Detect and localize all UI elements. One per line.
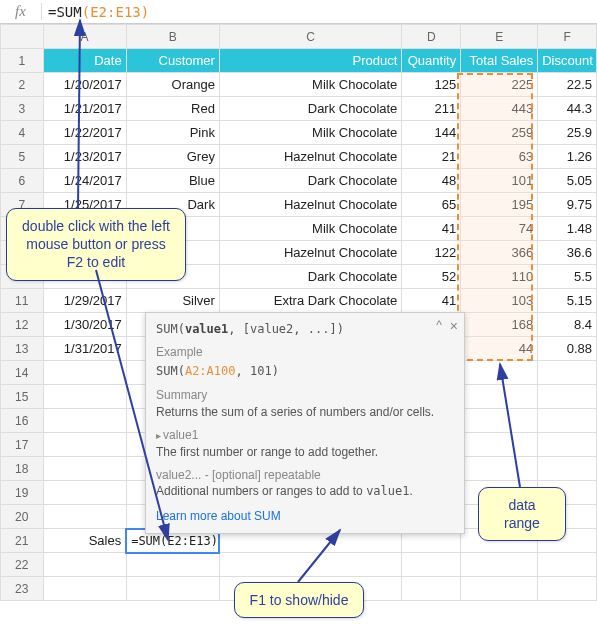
- cell[interactable]: Dark Chocolate: [219, 97, 401, 121]
- cell[interactable]: [219, 553, 401, 577]
- row-header[interactable]: 2: [1, 73, 44, 97]
- close-icon[interactable]: ×: [450, 317, 458, 337]
- cell[interactable]: [538, 577, 597, 601]
- cell[interactable]: 1/30/2017: [43, 313, 126, 337]
- cell[interactable]: Milk Chocolate: [219, 121, 401, 145]
- cell[interactable]: 41: [402, 217, 461, 241]
- col-header-e[interactable]: E: [461, 25, 538, 49]
- cell[interactable]: Quantity: [402, 49, 461, 73]
- row-header[interactable]: 19: [1, 481, 44, 505]
- cell[interactable]: 25.9: [538, 121, 597, 145]
- cell[interactable]: 110: [461, 265, 538, 289]
- cell[interactable]: Customer: [126, 49, 219, 73]
- cell[interactable]: 443: [461, 97, 538, 121]
- row-header[interactable]: 5: [1, 145, 44, 169]
- cell[interactable]: 63: [461, 145, 538, 169]
- row-header[interactable]: 4: [1, 121, 44, 145]
- cell[interactable]: [43, 409, 126, 433]
- learn-more-link[interactable]: Learn more about SUM: [156, 508, 454, 525]
- cell[interactable]: Total Sales: [461, 49, 538, 73]
- row-header[interactable]: 16: [1, 409, 44, 433]
- cell[interactable]: Silver: [126, 289, 219, 313]
- collapse-icon[interactable]: ^: [436, 317, 442, 334]
- cell[interactable]: 44: [461, 337, 538, 361]
- cell[interactable]: 52: [402, 265, 461, 289]
- cell[interactable]: 1/21/2017: [43, 97, 126, 121]
- cell[interactable]: Dark Chocolate: [219, 169, 401, 193]
- cell[interactable]: Discount: [538, 49, 597, 73]
- cell[interactable]: [461, 361, 538, 385]
- cell[interactable]: [43, 553, 126, 577]
- cell[interactable]: [538, 409, 597, 433]
- cell[interactable]: 225: [461, 73, 538, 97]
- col-header-b[interactable]: B: [126, 25, 219, 49]
- cell[interactable]: 1/29/2017: [43, 289, 126, 313]
- cell[interactable]: [43, 385, 126, 409]
- cell[interactable]: Milk Chocolate: [219, 217, 401, 241]
- col-header-f[interactable]: F: [538, 25, 597, 49]
- cell[interactable]: 168: [461, 313, 538, 337]
- cell[interactable]: 5.5: [538, 265, 597, 289]
- cell[interactable]: [126, 553, 219, 577]
- formula-input[interactable]: =SUM(E2:E13): [42, 4, 149, 20]
- row-header[interactable]: 20: [1, 505, 44, 529]
- row-header[interactable]: 23: [1, 577, 44, 601]
- cell[interactable]: Product: [219, 49, 401, 73]
- cell[interactable]: [402, 577, 461, 601]
- cell[interactable]: Milk Chocolate: [219, 73, 401, 97]
- cell[interactable]: Extra Dark Chocolate: [219, 289, 401, 313]
- cell[interactable]: [43, 361, 126, 385]
- cell[interactable]: [43, 577, 126, 601]
- col-header-a[interactable]: A: [43, 25, 126, 49]
- cell[interactable]: 41: [402, 289, 461, 313]
- cell[interactable]: 103: [461, 289, 538, 313]
- cell[interactable]: [43, 481, 126, 505]
- cell[interactable]: [461, 553, 538, 577]
- cell[interactable]: [538, 433, 597, 457]
- cell[interactable]: [402, 553, 461, 577]
- cell[interactable]: Orange: [126, 73, 219, 97]
- fx-icon[interactable]: fx: [0, 3, 42, 20]
- cell[interactable]: [461, 433, 538, 457]
- cell[interactable]: 101: [461, 169, 538, 193]
- row-header[interactable]: 1: [1, 49, 44, 73]
- cell[interactable]: [538, 457, 597, 481]
- row-header[interactable]: 15: [1, 385, 44, 409]
- cell[interactable]: Blue: [126, 169, 219, 193]
- cell[interactable]: 8.4: [538, 313, 597, 337]
- row-header[interactable]: 13: [1, 337, 44, 361]
- cell[interactable]: 74: [461, 217, 538, 241]
- cell[interactable]: [538, 553, 597, 577]
- cell[interactable]: 1/23/2017: [43, 145, 126, 169]
- row-header[interactable]: 14: [1, 361, 44, 385]
- cell[interactable]: 5.05: [538, 169, 597, 193]
- row-header[interactable]: 18: [1, 457, 44, 481]
- cell[interactable]: 1/22/2017: [43, 121, 126, 145]
- cell[interactable]: Hazelnut Chocolate: [219, 193, 401, 217]
- cell[interactable]: [126, 577, 219, 601]
- cell[interactable]: 1.48: [538, 217, 597, 241]
- cell[interactable]: 44.3: [538, 97, 597, 121]
- col-header-d[interactable]: D: [402, 25, 461, 49]
- cell[interactable]: [538, 361, 597, 385]
- cell[interactable]: Sales: [43, 529, 126, 553]
- cell[interactable]: 122: [402, 241, 461, 265]
- cell[interactable]: 144: [402, 121, 461, 145]
- cell[interactable]: 1/24/2017: [43, 169, 126, 193]
- cell[interactable]: [461, 385, 538, 409]
- select-all[interactable]: [1, 25, 44, 49]
- cell[interactable]: Red: [126, 97, 219, 121]
- cell[interactable]: 211: [402, 97, 461, 121]
- row-header[interactable]: 12: [1, 313, 44, 337]
- cell[interactable]: [43, 433, 126, 457]
- cell[interactable]: 48: [402, 169, 461, 193]
- cell[interactable]: [43, 457, 126, 481]
- cell[interactable]: 9.75: [538, 193, 597, 217]
- row-header[interactable]: 11: [1, 289, 44, 313]
- cell[interactable]: 5.15: [538, 289, 597, 313]
- cell[interactable]: 22.5: [538, 73, 597, 97]
- cell[interactable]: 65: [402, 193, 461, 217]
- cell[interactable]: Hazelnut Chocolate: [219, 241, 401, 265]
- row-header[interactable]: 22: [1, 553, 44, 577]
- cell[interactable]: 36.6: [538, 241, 597, 265]
